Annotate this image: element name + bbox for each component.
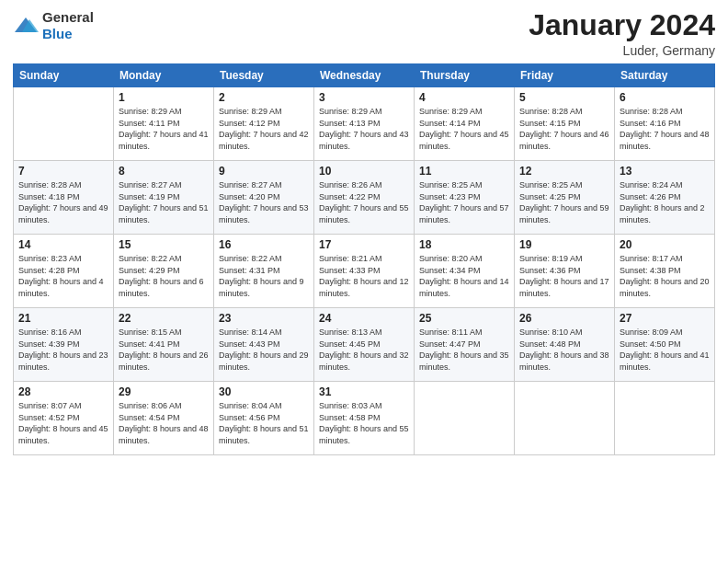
calendar-table: SundayMondayTuesdayWednesdayThursdayFrid… [13,63,715,455]
logo-blue: Blue [42,26,73,41]
day-number: 8 [119,165,209,178]
day-cell: 2Sunrise: 8:29 AMSunset: 4:12 PMDaylight… [214,87,314,161]
day-number: 1 [119,91,209,104]
day-cell: 7Sunrise: 8:28 AMSunset: 4:18 PMDaylight… [14,161,114,235]
logo-icon [13,16,39,36]
day-cell: 25Sunrise: 8:11 AMSunset: 4:47 PMDayligh… [415,308,515,382]
day-number: 18 [419,238,509,251]
day-info: Sunrise: 8:16 AMSunset: 4:39 PMDaylight:… [18,327,108,373]
day-info: Sunrise: 8:29 AMSunset: 4:14 PMDaylight:… [419,106,509,152]
day-number: 16 [219,238,309,251]
day-info: Sunrise: 8:23 AMSunset: 4:28 PMDaylight:… [18,253,108,299]
location-title: Luder, Germany [529,43,715,58]
day-header-wednesday: Wednesday [314,64,415,87]
day-number: 23 [219,312,309,325]
day-number: 5 [519,91,609,104]
day-header-sunday: Sunday [14,64,114,87]
day-info: Sunrise: 8:14 AMSunset: 4:43 PMDaylight:… [219,327,309,373]
day-number: 20 [620,238,710,251]
day-number: 17 [319,238,409,251]
week-row-1: 1Sunrise: 8:29 AMSunset: 4:11 PMDaylight… [14,87,715,161]
day-header-thursday: Thursday [415,64,515,87]
day-info: Sunrise: 8:20 AMSunset: 4:34 PMDaylight:… [419,253,509,299]
day-cell: 3Sunrise: 8:29 AMSunset: 4:13 PMDaylight… [314,87,415,161]
calendar-container: General Blue January 2024 Luder, Germany… [0,0,728,563]
day-info: Sunrise: 8:22 AMSunset: 4:29 PMDaylight:… [119,253,209,299]
day-info: Sunrise: 8:26 AMSunset: 4:22 PMDaylight:… [319,179,409,225]
day-number: 2 [219,91,309,104]
day-cell [615,382,715,455]
logo-general: General [42,9,94,25]
day-number: 7 [18,165,108,178]
day-cell: 12Sunrise: 8:25 AMSunset: 4:25 PMDayligh… [515,161,615,235]
days-header-row: SundayMondayTuesdayWednesdayThursdayFrid… [14,64,715,87]
day-number: 25 [419,312,509,325]
day-info: Sunrise: 8:27 AMSunset: 4:20 PMDaylight:… [219,179,309,225]
day-cell: 6Sunrise: 8:28 AMSunset: 4:16 PMDaylight… [615,87,715,161]
day-info: Sunrise: 8:21 AMSunset: 4:33 PMDaylight:… [319,253,409,299]
day-info: Sunrise: 8:28 AMSunset: 4:16 PMDaylight:… [620,106,710,152]
logo: General Blue [13,9,94,42]
logo-text: General Blue [42,9,94,42]
week-row-5: 28Sunrise: 8:07 AMSunset: 4:52 PMDayligh… [14,382,715,455]
day-cell: 1Sunrise: 8:29 AMSunset: 4:11 PMDaylight… [114,87,214,161]
day-info: Sunrise: 8:29 AMSunset: 4:11 PMDaylight:… [119,106,209,152]
day-cell: 20Sunrise: 8:17 AMSunset: 4:38 PMDayligh… [615,235,715,308]
day-info: Sunrise: 8:28 AMSunset: 4:15 PMDaylight:… [519,106,609,152]
day-cell: 29Sunrise: 8:06 AMSunset: 4:54 PMDayligh… [114,382,214,455]
week-row-3: 14Sunrise: 8:23 AMSunset: 4:28 PMDayligh… [14,235,715,308]
day-number: 13 [620,165,710,178]
day-number: 4 [419,91,509,104]
day-header-friday: Friday [515,64,615,87]
day-number: 19 [519,238,609,251]
day-number: 24 [319,312,409,325]
day-info: Sunrise: 8:15 AMSunset: 4:41 PMDaylight:… [119,327,209,373]
day-info: Sunrise: 8:28 AMSunset: 4:18 PMDaylight:… [18,179,108,225]
day-cell [14,87,114,161]
day-number: 12 [519,165,609,178]
day-cell: 16Sunrise: 8:22 AMSunset: 4:31 PMDayligh… [214,235,314,308]
day-info: Sunrise: 8:29 AMSunset: 4:13 PMDaylight:… [319,106,409,152]
day-cell: 21Sunrise: 8:16 AMSunset: 4:39 PMDayligh… [14,308,114,382]
day-cell: 11Sunrise: 8:25 AMSunset: 4:23 PMDayligh… [415,161,515,235]
day-info: Sunrise: 8:13 AMSunset: 4:45 PMDaylight:… [319,327,409,373]
month-title: January 2024 [529,9,715,41]
day-cell: 5Sunrise: 8:28 AMSunset: 4:15 PMDaylight… [515,87,615,161]
day-number: 15 [119,238,209,251]
day-cell: 8Sunrise: 8:27 AMSunset: 4:19 PMDaylight… [114,161,214,235]
day-cell [515,382,615,455]
day-cell: 18Sunrise: 8:20 AMSunset: 4:34 PMDayligh… [415,235,515,308]
day-info: Sunrise: 8:24 AMSunset: 4:26 PMDaylight:… [620,179,710,225]
day-number: 6 [620,91,710,104]
day-cell: 14Sunrise: 8:23 AMSunset: 4:28 PMDayligh… [14,235,114,308]
week-row-4: 21Sunrise: 8:16 AMSunset: 4:39 PMDayligh… [14,308,715,382]
week-row-2: 7Sunrise: 8:28 AMSunset: 4:18 PMDaylight… [14,161,715,235]
day-header-monday: Monday [114,64,214,87]
day-info: Sunrise: 8:29 AMSunset: 4:12 PMDaylight:… [219,106,309,152]
day-number: 14 [18,238,108,251]
day-cell: 19Sunrise: 8:19 AMSunset: 4:36 PMDayligh… [515,235,615,308]
day-number: 11 [419,165,509,178]
day-cell: 24Sunrise: 8:13 AMSunset: 4:45 PMDayligh… [314,308,415,382]
day-cell: 28Sunrise: 8:07 AMSunset: 4:52 PMDayligh… [14,382,114,455]
day-header-tuesday: Tuesday [214,64,314,87]
day-info: Sunrise: 8:17 AMSunset: 4:38 PMDaylight:… [620,253,710,299]
day-cell: 26Sunrise: 8:10 AMSunset: 4:48 PMDayligh… [515,308,615,382]
day-cell: 22Sunrise: 8:15 AMSunset: 4:41 PMDayligh… [114,308,214,382]
day-cell: 10Sunrise: 8:26 AMSunset: 4:22 PMDayligh… [314,161,415,235]
day-number: 30 [219,385,309,398]
day-number: 31 [319,385,409,398]
day-number: 27 [620,312,710,325]
day-cell: 15Sunrise: 8:22 AMSunset: 4:29 PMDayligh… [114,235,214,308]
day-number: 9 [219,165,309,178]
day-cell: 9Sunrise: 8:27 AMSunset: 4:20 PMDaylight… [214,161,314,235]
day-info: Sunrise: 8:25 AMSunset: 4:23 PMDaylight:… [419,179,509,225]
day-info: Sunrise: 8:06 AMSunset: 4:54 PMDaylight:… [119,400,209,446]
day-info: Sunrise: 8:07 AMSunset: 4:52 PMDaylight:… [18,400,108,446]
day-header-saturday: Saturday [615,64,715,87]
day-cell: 27Sunrise: 8:09 AMSunset: 4:50 PMDayligh… [615,308,715,382]
day-cell: 30Sunrise: 8:04 AMSunset: 4:56 PMDayligh… [214,382,314,455]
day-cell: 13Sunrise: 8:24 AMSunset: 4:26 PMDayligh… [615,161,715,235]
day-number: 21 [18,312,108,325]
day-info: Sunrise: 8:11 AMSunset: 4:47 PMDaylight:… [419,327,509,373]
